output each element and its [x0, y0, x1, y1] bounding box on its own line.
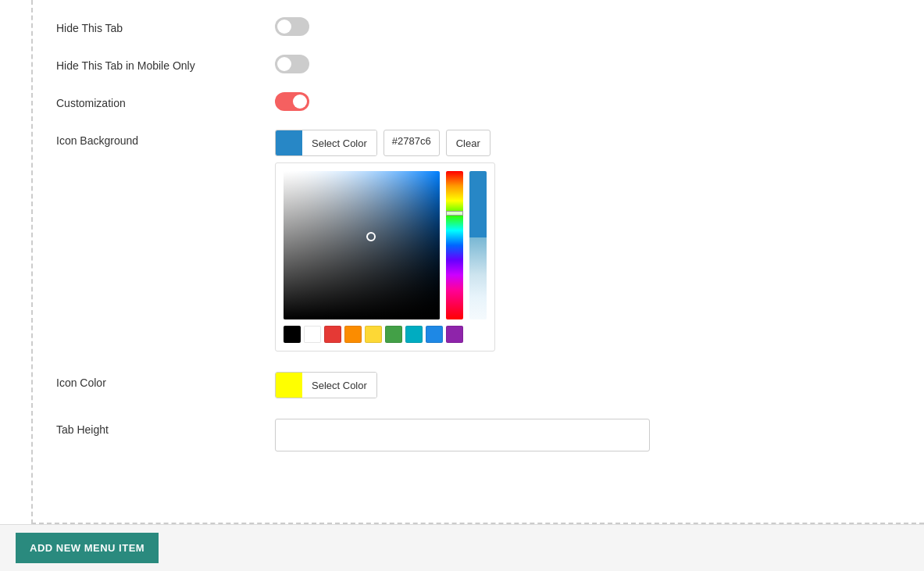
icon-color-row: Icon Color Select Color	[56, 361, 901, 409]
hue-handle	[446, 211, 463, 216]
icon-background-label: Icon Background	[56, 130, 275, 147]
hide-this-tab-mobile-row: Hide This Tab in Mobile Only	[56, 45, 901, 83]
hue-gradient	[446, 171, 463, 319]
bottom-bar: ADD NEW MENU ITEM	[0, 524, 924, 571]
customization-row: Customization	[56, 83, 901, 120]
icon-background-select-label: Select Color	[302, 130, 376, 155]
customization-slider	[275, 92, 309, 111]
tab-height-row: Tab Height 400	[56, 409, 901, 461]
icon-color-swatch	[276, 372, 302, 398]
color-swatch-item[interactable]	[344, 326, 362, 343]
icon-background-swatch	[276, 130, 302, 156]
main-content: Hide This Tab Hide This Tab in Mobile On…	[31, 0, 924, 524]
hide-this-tab-slider	[275, 17, 309, 36]
customization-control	[275, 92, 901, 111]
color-swatch-item[interactable]	[324, 326, 341, 343]
add-new-menu-item-button[interactable]: ADD NEW MENU ITEM	[16, 533, 159, 563]
customization-toggle[interactable]	[275, 92, 309, 111]
color-swatch-item[interactable]	[304, 326, 321, 343]
color-swatch-item[interactable]	[446, 326, 463, 343]
hide-this-tab-control	[275, 17, 901, 36]
hide-this-tab-mobile-label: Hide This Tab in Mobile Only	[56, 55, 275, 72]
icon-background-clear-btn[interactable]: Clear	[446, 130, 491, 156]
icon-background-color-btn[interactable]: Select Color	[275, 130, 377, 156]
color-swatch-item[interactable]	[365, 326, 382, 343]
tab-height-label: Tab Height	[56, 419, 275, 436]
hide-this-tab-toggle[interactable]	[275, 17, 309, 36]
color-swatch-item[interactable]	[385, 326, 402, 343]
icon-color-control: Select Color	[275, 372, 901, 398]
color-picker-top	[284, 171, 487, 319]
icon-color-select-label: Select Color	[302, 373, 376, 398]
icon-background-control: Select Color #2787c6 Clear	[275, 130, 901, 156]
color-gradient[interactable]	[284, 171, 440, 319]
icon-background-hex: #2787c6	[384, 130, 440, 156]
color-swatches-row	[284, 326, 487, 343]
color-preview-bar	[469, 171, 487, 319]
hide-this-tab-mobile-control	[275, 55, 901, 73]
tab-height-control: 400	[275, 419, 901, 451]
color-swatch-item[interactable]	[405, 326, 423, 343]
customization-label: Customization	[56, 92, 275, 109]
hide-this-tab-row: Hide This Tab	[56, 8, 901, 45]
icon-background-row: Icon Background Select Color #2787c6 Cle…	[56, 120, 901, 361]
tab-height-input[interactable]: 400	[275, 419, 650, 451]
hide-this-tab-mobile-toggle[interactable]	[275, 55, 309, 73]
hide-this-tab-label: Hide This Tab	[56, 17, 275, 34]
color-swatch-item[interactable]	[426, 326, 443, 343]
color-picker-panel	[275, 162, 495, 352]
icon-color-btn[interactable]: Select Color	[275, 372, 377, 398]
gradient-black-overlay	[284, 171, 440, 319]
hide-this-tab-mobile-slider	[275, 55, 309, 73]
hue-slider[interactable]	[446, 171, 463, 319]
color-swatch-item[interactable]	[284, 326, 301, 343]
icon-color-label: Icon Color	[56, 372, 275, 389]
